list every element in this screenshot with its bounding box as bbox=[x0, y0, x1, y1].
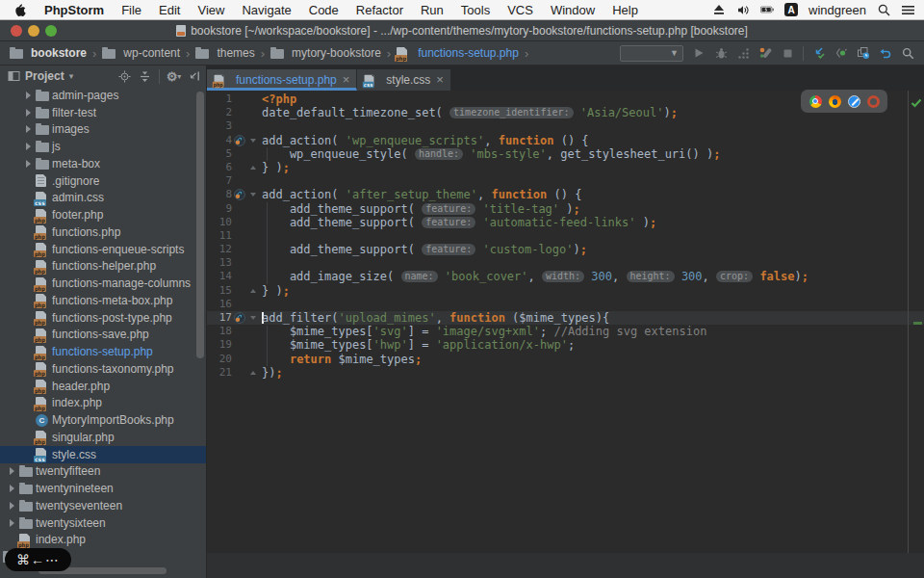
code-line-4[interactable]: 4add_action( 'wp_enqueue_scripts', funct… bbox=[207, 134, 924, 147]
menu-tools[interactable]: Tools bbox=[452, 3, 499, 17]
apple-menu-icon[interactable] bbox=[0, 3, 36, 17]
fold-marker-icon[interactable] bbox=[247, 284, 259, 298]
code-line-20[interactable]: 20 return $mime_types; bbox=[207, 353, 924, 366]
tree-item-js[interactable]: js bbox=[0, 138, 207, 155]
breadcrumb-item-bookstore[interactable]: bookstore bbox=[10, 46, 87, 60]
menu-refactor[interactable]: Refactor bbox=[347, 3, 412, 17]
inspection-ok-icon[interactable] bbox=[911, 94, 922, 112]
hide-panel-button[interactable] bbox=[188, 70, 200, 83]
tree-item-functions-post-type.php[interactable]: phpfunctions-post-type.php bbox=[0, 309, 207, 327]
tree-item-admin-pages[interactable]: admin-pages bbox=[0, 87, 207, 104]
tree-item-functions-helper.php[interactable]: phpfunctions-helper.php bbox=[0, 258, 207, 276]
tree-item-twentyfifteen[interactable]: twentyfifteen bbox=[0, 463, 207, 481]
tree-item-.gitignore[interactable]: .gitignore bbox=[0, 172, 207, 190]
firefox-browser-icon[interactable] bbox=[829, 95, 841, 108]
code-line-9[interactable]: 9 add_theme_support( feature: 'title-tag… bbox=[207, 202, 924, 216]
close-tab-icon[interactable]: × bbox=[343, 75, 350, 85]
project-vertical-scrollbar[interactable] bbox=[196, 92, 204, 358]
tree-item-singular.php[interactable]: phpsingular.php bbox=[0, 429, 207, 446]
code-line-8[interactable]: 8add_action( 'after_setup_theme', functi… bbox=[207, 188, 924, 201]
menu-navigate[interactable]: Navigate bbox=[233, 3, 299, 17]
tree-item-functions-taxonomy.php[interactable]: phpfunctions-taxonomy.php bbox=[0, 360, 207, 378]
tree-item-functions-enqueue-scripts[interactable]: phpfunctions-enqueue-scripts bbox=[0, 241, 207, 258]
tree-item-filter-test[interactable]: filter-test bbox=[0, 104, 207, 121]
fold-marker-icon[interactable] bbox=[247, 366, 259, 380]
code-line-11[interactable]: 11 bbox=[207, 229, 924, 243]
tree-item-functions.php[interactable]: phpfunctions.php bbox=[0, 223, 207, 241]
code-line-19[interactable]: 19 $mime_types['hwp'] = 'application/x-h… bbox=[207, 338, 924, 352]
menu-file[interactable]: File bbox=[113, 3, 150, 17]
tree-item-index.php[interactable]: phpindex.php bbox=[0, 395, 207, 412]
search-everywhere-button[interactable] bbox=[901, 46, 914, 60]
chevron-down-icon[interactable]: ▾ bbox=[69, 71, 74, 81]
volume-icon[interactable] bbox=[736, 3, 750, 16]
expand-arrow-icon[interactable] bbox=[21, 92, 36, 99]
breadcrumb-item-functions-setup.php[interactable]: phpfunctions-setup.php bbox=[397, 46, 519, 60]
eject-icon[interactable] bbox=[712, 3, 726, 16]
update-project-button[interactable] bbox=[812, 46, 826, 60]
safari-browser-icon[interactable] bbox=[848, 95, 860, 108]
tree-item-MytoryImportBooks.php[interactable]: CMytoryImportBooks.php bbox=[0, 411, 207, 429]
tree-item-admin.css[interactable]: cssadmin.css bbox=[0, 190, 207, 207]
run-configuration-select[interactable]: ▼ bbox=[620, 45, 683, 62]
code-line-14[interactable]: 14 add_image_size( name: 'book_cover', w… bbox=[207, 270, 924, 283]
debug-button[interactable] bbox=[714, 46, 728, 60]
run-button[interactable] bbox=[692, 46, 706, 60]
code-line-17[interactable]: 17add_filter('upload_mimes', function ($… bbox=[207, 311, 924, 325]
expand-arrow-icon[interactable] bbox=[21, 143, 36, 150]
tree-item-twentysixteen[interactable]: twentysixteen bbox=[0, 514, 207, 532]
code-line-21[interactable]: 21}); bbox=[207, 366, 924, 380]
expand-arrow-icon[interactable] bbox=[5, 519, 19, 527]
spotlight-search-icon[interactable] bbox=[877, 3, 890, 16]
menu-code[interactable]: Code bbox=[300, 3, 347, 17]
tab-functions-setup.php[interactable]: phpfunctions-setup.php× bbox=[207, 69, 357, 91]
expand-arrow-icon[interactable] bbox=[21, 125, 36, 133]
chrome-browser-icon[interactable] bbox=[809, 95, 822, 108]
tree-item-twentyseventeen[interactable]: twentyseventeen bbox=[0, 497, 207, 514]
breadcrumb-item-mytory-bookstore[interactable]: mytory-bookstore bbox=[270, 46, 381, 60]
wordpress-hook-icon[interactable] bbox=[232, 134, 247, 147]
breadcrumb-item-themes[interactable]: themes bbox=[195, 46, 254, 60]
rollback-button[interactable] bbox=[879, 46, 892, 60]
menu-help[interactable]: Help bbox=[603, 3, 647, 17]
expand-arrow-icon[interactable] bbox=[21, 160, 36, 168]
expand-arrow-icon[interactable] bbox=[5, 485, 19, 492]
fold-marker-icon[interactable] bbox=[247, 188, 259, 201]
attach-debugger-button[interactable] bbox=[758, 46, 772, 60]
wordpress-hook-icon[interactable] bbox=[232, 311, 247, 325]
code-line-13[interactable]: 13 bbox=[207, 256, 924, 270]
code-line-3[interactable]: 3 bbox=[207, 119, 924, 133]
menu-phpstorm[interactable]: PhpStorm bbox=[36, 3, 113, 17]
commit-button[interactable] bbox=[834, 46, 848, 60]
settings-gear-button[interactable]: ⚙▾ bbox=[167, 70, 180, 83]
tree-item-style.css[interactable]: cssstyle.css bbox=[0, 446, 207, 463]
tree-item-header.php[interactable]: phpheader.php bbox=[0, 378, 207, 395]
fold-marker-icon[interactable] bbox=[247, 311, 259, 325]
tree-item-functions-setup.php[interactable]: phpfunctions-setup.php bbox=[0, 343, 207, 360]
menu-view[interactable]: View bbox=[189, 3, 233, 17]
wordpress-hook-icon[interactable] bbox=[232, 188, 247, 201]
code-line-5[interactable]: 5 wp_enqueue_style( handle: 'mbs-style',… bbox=[207, 147, 924, 161]
locate-file-button[interactable] bbox=[118, 70, 131, 83]
opera-browser-icon[interactable] bbox=[867, 95, 880, 108]
battery-icon[interactable] bbox=[760, 3, 774, 16]
breadcrumb-item-wp-content[interactable]: wp-content bbox=[102, 46, 180, 60]
tree-item-footer.php[interactable]: phpfooter.php bbox=[0, 206, 207, 223]
code-line-15[interactable]: 15} ); bbox=[207, 284, 924, 298]
code-line-10[interactable]: 10 add_theme_support( feature: 'automati… bbox=[207, 216, 924, 229]
close-tab-icon[interactable]: × bbox=[436, 75, 444, 85]
menu-vcs[interactable]: VCS bbox=[499, 3, 542, 17]
notification-list-icon[interactable] bbox=[901, 3, 914, 16]
project-panel-title[interactable]: Project bbox=[25, 69, 64, 83]
expand-arrow-icon[interactable] bbox=[5, 467, 19, 475]
stop-button[interactable] bbox=[781, 46, 794, 60]
menu-user[interactable]: windgreen bbox=[808, 3, 866, 17]
code-line-16[interactable]: 16 bbox=[207, 298, 924, 311]
fold-marker-icon[interactable] bbox=[247, 134, 259, 147]
expand-arrow-icon[interactable] bbox=[5, 502, 19, 510]
menu-edit[interactable]: Edit bbox=[150, 3, 189, 17]
local-history-button[interactable] bbox=[857, 46, 870, 60]
collapse-all-button[interactable] bbox=[139, 70, 151, 83]
code-editor[interactable]: 1<?php2date_default_timezone_set( timezo… bbox=[207, 91, 924, 380]
code-line-7[interactable]: 7 bbox=[207, 174, 924, 188]
